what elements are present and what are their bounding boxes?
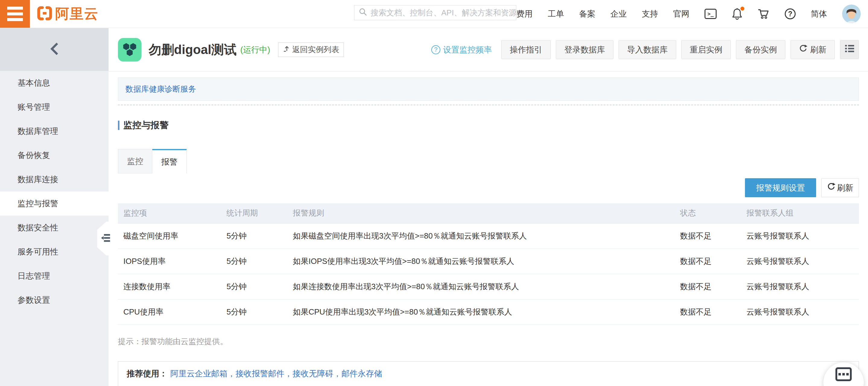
table-header-row: 监控项 统计周期 报警规则 状态 报警联系人组 (118, 203, 859, 223)
section-header: 监控与报警 (118, 119, 859, 131)
question-circle-icon: ? (431, 45, 440, 54)
cell-monitor-item: 磁盘空间使用率 (118, 223, 221, 249)
health-diagnosis-banner: 数据库健康诊断服务 (118, 77, 859, 101)
dashed-divider (118, 105, 859, 105)
alarm-rules-table: 监控项 统计周期 报警规则 状态 报警联系人组 磁盘空间使用率 5分钟 如果磁盘… (118, 203, 859, 325)
alarm-toolbar: 报警规则设置 刷新 (118, 178, 859, 197)
login-database-button[interactable]: 登录数据库 (556, 40, 614, 59)
sidebar-item-basic-info[interactable]: 基本信息 (0, 71, 108, 95)
import-database-button[interactable]: 导入数据库 (619, 40, 676, 59)
nav-billing[interactable]: 费用 (516, 8, 533, 19)
sidebar-item-availability[interactable]: 服务可用性 (0, 240, 108, 264)
hamburger-menu-button[interactable] (0, 0, 30, 28)
sidebar-item-logs[interactable]: 日志管理 (0, 264, 108, 288)
alarm-rule-settings-button[interactable]: 报警规则设置 (745, 178, 816, 197)
sidebar-item-parameters[interactable]: 参数设置 (0, 288, 108, 312)
cell-period: 5分钟 (221, 223, 287, 249)
sidebar-item-databases[interactable]: 数据库管理 (0, 119, 108, 143)
list-icon (844, 44, 855, 55)
recommend-label: 推荐使用： (127, 368, 167, 379)
locale-switcher[interactable]: 简体 (811, 8, 827, 19)
cell-period: 5分钟 (221, 299, 287, 324)
col-statistic-period: 统计周期 (221, 203, 287, 223)
sidebar-item-data-security[interactable]: 数据安全性 (0, 216, 108, 240)
aliyun-brackets-icon (36, 5, 53, 23)
nav-website[interactable]: 官网 (673, 8, 689, 19)
section-title: 监控与报警 (123, 119, 168, 131)
nav-tickets[interactable]: 工单 (548, 8, 564, 19)
instance-type-icon (118, 38, 142, 62)
cell-contacts: 云账号报警联系人 (741, 249, 859, 274)
backup-instance-button[interactable]: 备份实例 (736, 40, 785, 59)
cell-status: 数据不足 (675, 274, 741, 299)
back-to-instance-list-button[interactable]: 返回实例列表 (278, 42, 344, 57)
return-arrow-icon (283, 45, 290, 54)
recommend-box: 推荐使用： 阿里云企业邮箱，接收报警邮件，接收无障碍，邮件永存储 (118, 361, 859, 386)
cell-rule: 如果连接数使用率出现3次平均值>=80％就通知云账号报警联系人 (287, 274, 675, 299)
sidebar-item-connection[interactable]: 数据库连接 (0, 167, 108, 192)
instance-status: (运行中) (240, 44, 270, 55)
hamburger-icon (7, 7, 23, 10)
restart-instance-button[interactable]: 重启实例 (681, 40, 731, 59)
col-status: 状态 (675, 203, 741, 223)
nav-enterprise[interactable]: 企业 (611, 8, 627, 19)
cell-period: 5分钟 (221, 249, 287, 274)
cell-monitor-item: 连接数使用率 (118, 274, 221, 299)
alarm-refresh-button[interactable]: 刷新 (821, 178, 859, 197)
instance-sidebar: 基本信息 账号管理 数据库管理 备份恢复 数据库连接 监控与报警 数据安全性 服… (0, 28, 108, 386)
tab-alarm[interactable]: 报警 (152, 149, 187, 173)
set-monitor-frequency-link[interactable]: ? 设置监控频率 (431, 44, 492, 55)
cell-monitor-item: IOPS使用率 (118, 249, 221, 274)
refresh-page-button[interactable]: 刷新 (790, 40, 835, 59)
sidebar-item-monitor-alarm[interactable]: 监控与报警 (0, 192, 108, 216)
col-monitor-item: 监控项 (118, 203, 221, 223)
sidebar-item-accounts[interactable]: 账号管理 (0, 95, 108, 119)
cell-rule: 如果磁盘空间使用率出现3次平均值>=80％就通知云账号报警联系人 (287, 223, 675, 249)
collapse-panel-icon (101, 233, 111, 244)
sidebar-back-button[interactable] (0, 28, 108, 71)
cloud-shell-icon[interactable]: >_ (705, 9, 717, 19)
table-row: 磁盘空间使用率 5分钟 如果磁盘空间使用率出现3次平均值>=80％就通知云账号报… (118, 223, 859, 249)
logo-text: 阿里云 (55, 4, 99, 23)
col-alarm-rule: 报警规则 (287, 203, 675, 223)
search-icon (359, 7, 368, 18)
enterprise-mail-link[interactable]: 阿里云企业邮箱，接收报警邮件，接收无障碍，邮件永存储 (170, 368, 382, 379)
health-diagnosis-link[interactable]: 数据库健康诊断服务 (125, 84, 196, 94)
table-row: 连接数使用率 5分钟 如果连接数使用率出现3次平均值>=80％就通知云账号报警联… (118, 274, 859, 299)
instance-title-row: 勿删digoal测试 (运行中) 返回实例列表 ? 设置监控频率 操作指引 登录… (108, 28, 868, 71)
instance-actions: ? 设置监控频率 操作指引 登录数据库 导入数据库 重启实例 备份实例 刷新 (431, 40, 859, 59)
operation-guide-button[interactable]: 操作指引 (501, 40, 551, 59)
nav-icp[interactable]: 备案 (579, 8, 595, 19)
global-search (354, 5, 516, 20)
instance-list-panel-button[interactable] (840, 40, 859, 59)
search-input[interactable] (371, 8, 516, 18)
cell-rule: 如果CPU使用率出现3次平均值>=80％就通知云账号报警联系人 (287, 299, 675, 324)
tab-page-content: 数据库健康诊断服务 监控与报警 监控 报警 报警规则设置 刷新 (108, 77, 868, 386)
notification-bell-icon[interactable] (732, 8, 743, 20)
cell-contacts: 云账号报警联系人 (741, 299, 859, 324)
table-row: IOPS使用率 5分钟 如果IOPS使用率出现3次平均值>=80％就通知云账号报… (118, 249, 859, 274)
header-right-nav: 费用 工单 备案 企业 支持 官网 >_ ? 简体 (516, 0, 861, 28)
notification-badge-dot (740, 7, 744, 10)
help-icon[interactable]: ? (785, 8, 796, 19)
cell-contacts: 云账号报警联系人 (741, 223, 859, 249)
tab-monitor[interactable]: 监控 (118, 149, 152, 173)
user-avatar[interactable] (842, 4, 861, 23)
aliyun-logo[interactable]: 阿里云 (36, 0, 99, 28)
cart-icon[interactable] (757, 8, 770, 20)
monitor-alarm-tabs: 监控 报警 (118, 149, 859, 173)
main-content: 勿删digoal测试 (运行中) 返回实例列表 ? 设置监控频率 操作指引 登录… (108, 28, 868, 386)
cell-status: 数据不足 (675, 223, 741, 249)
sidebar-item-backup-restore[interactable]: 备份恢复 (0, 143, 108, 167)
cell-contacts: 云账号报警联系人 (741, 274, 859, 299)
top-header: 阿里云 费用 工单 备案 企业 支持 官网 >_ (0, 0, 868, 28)
cell-monitor-item: CPU使用率 (118, 299, 221, 324)
refresh-icon (799, 44, 807, 55)
refresh-icon (827, 183, 835, 193)
chevron-left-icon (50, 42, 59, 57)
col-contact-group: 报警联系人组 (741, 203, 859, 223)
nav-support[interactable]: 支持 (642, 8, 658, 19)
alarm-provider-tip: 提示：报警功能由云监控提供。 (118, 336, 859, 347)
instance-name: 勿删digoal测试 (149, 41, 237, 58)
table-row: CPU使用率 5分钟 如果CPU使用率出现3次平均值>=80％就通知云账号报警联… (118, 299, 859, 324)
